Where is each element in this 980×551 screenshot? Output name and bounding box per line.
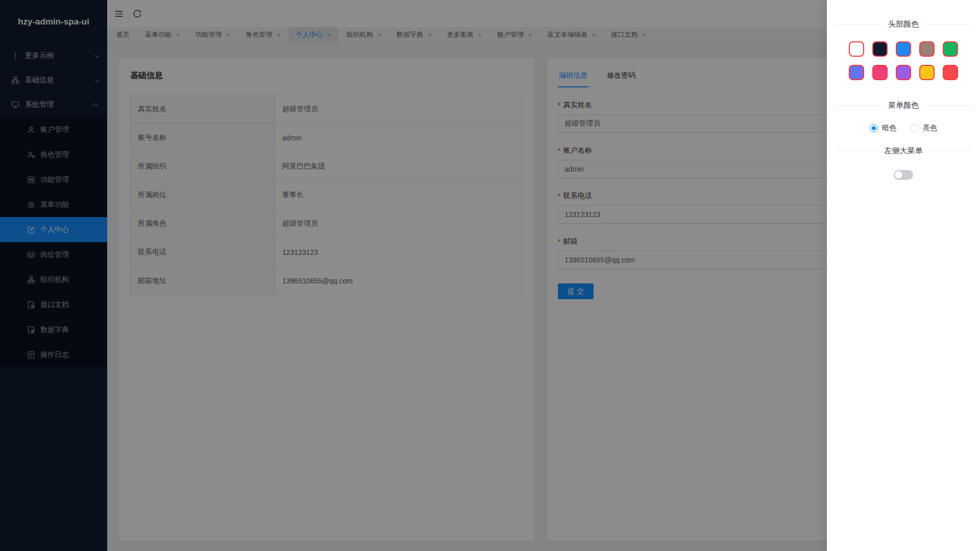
divider — [925, 105, 972, 106]
header-color-swatches — [835, 41, 972, 80]
menu-color-options: 暗色 亮色 — [835, 124, 972, 133]
radio-label: 亮色 — [923, 124, 937, 133]
divider — [835, 151, 878, 151]
radio-light[interactable]: 亮色 — [911, 124, 937, 133]
divider — [835, 24, 882, 25]
settings-drawer: 头部颜色 菜单颜色 暗色 亮色 左侧大菜单 — [827, 0, 980, 551]
divider — [835, 105, 882, 106]
color-swatch-indigo[interactable] — [849, 65, 864, 80]
color-swatch-yellow[interactable] — [919, 65, 935, 80]
color-swatch-brown[interactable] — [919, 41, 935, 57]
color-swatch-white[interactable] — [849, 41, 864, 57]
section-title-text: 菜单颜色 — [888, 101, 919, 110]
color-swatch-pink[interactable] — [872, 65, 888, 80]
divider — [929, 151, 972, 151]
section-title-text: 头部颜色 — [888, 19, 919, 29]
radio-dark[interactable]: 暗色 — [870, 124, 896, 133]
toggle-knob — [895, 171, 902, 179]
section-title-text: 左侧大菜单 — [885, 146, 923, 156]
menu-color-section-title: 菜单颜色 — [835, 101, 972, 110]
header-color-section-title: 头部颜色 — [835, 19, 972, 29]
color-swatch-purple[interactable] — [896, 65, 911, 80]
color-swatch-navy[interactable] — [872, 41, 888, 57]
big-menu-toggle-row — [835, 170, 972, 180]
color-swatch-green[interactable] — [943, 41, 958, 57]
color-swatch-red[interactable] — [943, 65, 958, 80]
color-swatch-blue[interactable] — [896, 41, 911, 57]
radio-icon — [911, 124, 919, 132]
radio-icon — [870, 124, 878, 132]
radio-label: 暗色 — [882, 124, 896, 133]
big-menu-section-title: 左侧大菜单 — [835, 146, 972, 156]
divider — [925, 24, 972, 25]
big-menu-toggle[interactable] — [894, 170, 913, 180]
